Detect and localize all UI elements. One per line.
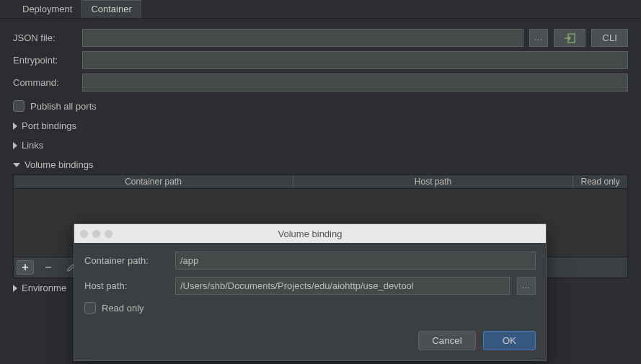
dialog-title: Volume binding bbox=[74, 228, 546, 239]
json-file-browse-button[interactable]: ... bbox=[529, 29, 548, 47]
publish-all-ports-label: Publish all ports bbox=[30, 101, 97, 112]
command-input[interactable] bbox=[82, 74, 628, 92]
command-label: Command: bbox=[13, 77, 76, 88]
chevron-right-icon bbox=[13, 142, 17, 149]
remove-button[interactable]: − bbox=[40, 260, 57, 275]
cli-button[interactable]: CLI bbox=[591, 29, 628, 47]
section-volume-bindings[interactable]: Volume bindings bbox=[13, 155, 628, 174]
host-path-input[interactable] bbox=[175, 277, 510, 295]
section-port-bindings[interactable]: Port bindings bbox=[13, 116, 628, 136]
chevron-right-icon bbox=[13, 285, 17, 292]
read-only-checkbox[interactable] bbox=[84, 302, 96, 314]
entrypoint-input[interactable] bbox=[82, 51, 628, 69]
table-header: Container path Host path Read only bbox=[14, 175, 627, 189]
section-links[interactable]: Links bbox=[13, 136, 628, 155]
publish-all-ports-checkbox[interactable] bbox=[13, 100, 25, 112]
command-row: Command: bbox=[13, 74, 628, 92]
dialog-body: Container path: Host path: ... Read only bbox=[74, 243, 546, 324]
import-button[interactable] bbox=[554, 29, 585, 47]
volume-binding-dialog: Volume binding Container path: Host path… bbox=[74, 223, 547, 361]
container-path-input[interactable] bbox=[175, 252, 536, 270]
add-button[interactable]: + bbox=[17, 260, 34, 275]
section-label: Links bbox=[22, 140, 43, 151]
read-only-row: Read only bbox=[84, 302, 536, 314]
tab-container[interactable]: Container bbox=[81, 0, 141, 18]
publish-all-ports-row: Publish all ports bbox=[13, 100, 628, 112]
section-label: Port bindings bbox=[22, 120, 76, 131]
host-path-label: Host path: bbox=[84, 280, 168, 291]
chevron-right-icon bbox=[13, 123, 17, 130]
dialog-titlebar[interactable]: Volume binding bbox=[74, 224, 546, 243]
import-icon bbox=[564, 33, 575, 43]
th-container-path[interactable]: Container path bbox=[14, 175, 293, 188]
th-host-path[interactable]: Host path bbox=[293, 175, 573, 188]
section-label: Environme bbox=[22, 283, 66, 293]
chevron-down-icon bbox=[13, 163, 20, 167]
host-path-row: Host path: ... bbox=[84, 277, 536, 295]
dialog-footer: Cancel OK bbox=[74, 324, 546, 360]
json-file-row: JSON file: ... CLI bbox=[13, 29, 628, 47]
container-path-label: Container path: bbox=[84, 255, 168, 266]
entrypoint-label: Entrypoint: bbox=[13, 55, 76, 66]
container-path-row: Container path: bbox=[84, 252, 536, 270]
section-label: Volume bindings bbox=[25, 159, 93, 170]
th-read-only[interactable]: Read only bbox=[573, 175, 627, 188]
ok-button[interactable]: OK bbox=[483, 331, 536, 350]
read-only-label: Read only bbox=[102, 303, 144, 314]
json-file-input[interactable] bbox=[82, 29, 523, 47]
entrypoint-row: Entrypoint: bbox=[13, 51, 628, 69]
json-file-label: JSON file: bbox=[13, 32, 76, 43]
tab-bar: Deployment Container bbox=[0, 0, 641, 19]
tab-deployment[interactable]: Deployment bbox=[13, 0, 81, 18]
cancel-button[interactable]: Cancel bbox=[418, 331, 476, 350]
host-path-browse-button[interactable]: ... bbox=[517, 277, 536, 295]
